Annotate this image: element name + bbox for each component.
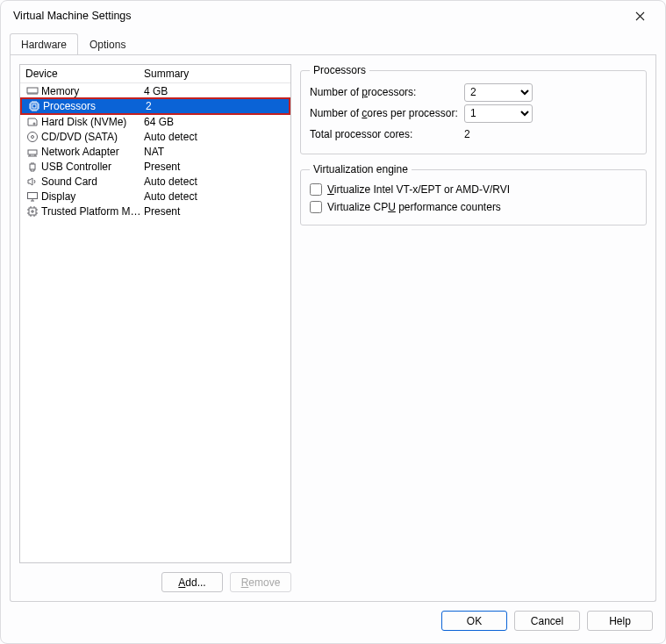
svg-rect-6 <box>28 150 37 154</box>
device-name: CD/DVD (SATA) <box>41 131 144 143</box>
device-list[interactable]: Device Summary Memory4 GBProcessors2Hard… <box>19 64 291 563</box>
device-row-display[interactable]: DisplayAuto detect <box>20 189 290 204</box>
num-processors-label: Number of processors: <box>310 86 459 98</box>
svg-point-3 <box>33 123 35 125</box>
device-row-sound-card[interactable]: Sound CardAuto detect <box>20 174 290 189</box>
help-label: Help <box>609 615 631 627</box>
display-icon <box>25 190 39 204</box>
tab-hardware-label: Hardware <box>21 39 67 51</box>
network-icon <box>25 145 39 159</box>
device-summary: 4 GB <box>144 85 287 97</box>
num-processors-row: Number of processors: 2 <box>310 82 637 103</box>
ok-label: OK <box>467 615 482 627</box>
device-row-cd-dvd-sata[interactable]: CD/DVD (SATA)Auto detect <box>20 129 290 144</box>
tab-options[interactable]: Options <box>78 33 137 54</box>
memory-icon <box>25 84 39 98</box>
dialog-buttons: OK Cancel Help <box>1 602 665 643</box>
device-name: USB Controller <box>41 161 144 173</box>
device-name: Trusted Platform Mo... <box>41 205 144 218</box>
virt-vtx-checkbox[interactable] <box>310 183 322 196</box>
device-rows: Memory4 GBProcessors2Hard Disk (NVMe)64 … <box>20 83 290 562</box>
device-list-header: Device Summary <box>20 65 290 83</box>
device-name: Network Adapter <box>41 146 144 158</box>
hardware-panel: Device Summary Memory4 GBProcessors2Hard… <box>10 55 656 602</box>
ok-button[interactable]: OK <box>441 611 507 631</box>
device-summary: Auto detect <box>144 190 287 203</box>
num-processors-select[interactable]: 2 <box>464 83 533 102</box>
device-summary: 64 GB <box>144 116 287 128</box>
device-column: Device Summary Memory4 GBProcessors2Hard… <box>19 64 291 592</box>
svg-rect-7 <box>30 164 35 169</box>
cores-per-proc-select[interactable]: 1 <box>464 104 533 123</box>
tabstrip: Hardware Options <box>1 32 665 54</box>
settings-column: Processors Number of processors: 2 Numbe… <box>300 64 647 592</box>
device-row-network-adapter[interactable]: Network AdapterNAT <box>20 144 290 159</box>
device-row-hard-disk-nvme[interactable]: Hard Disk (NVMe)64 GB <box>20 114 290 129</box>
tab-options-label: Options <box>90 39 125 51</box>
add-button[interactable]: Add... <box>161 572 223 592</box>
device-name: Processors <box>43 100 146 112</box>
titlebar: Virtual Machine Settings <box>1 1 665 31</box>
virt-perf-checkbox[interactable] <box>310 201 322 213</box>
tpm-icon <box>25 204 39 218</box>
virtualization-group: Virtualization engine Virtualize Intel V… <box>300 163 647 225</box>
device-summary: Auto detect <box>144 175 287 188</box>
close-button[interactable] <box>621 4 658 28</box>
device-summary: 2 <box>146 100 285 112</box>
cancel-button[interactable]: Cancel <box>514 611 580 631</box>
device-row-trusted-platform-mo[interactable]: Trusted Platform Mo...Present <box>20 204 290 218</box>
device-name: Memory <box>41 85 144 97</box>
device-summary: NAT <box>144 146 287 158</box>
usb-icon <box>25 160 39 174</box>
processors-legend: Processors <box>310 64 369 76</box>
cpu-icon <box>27 99 41 113</box>
cores-per-proc-row: Number of cores per processor: 1 <box>310 103 637 124</box>
help-button[interactable]: Help <box>587 611 653 631</box>
virt-vtx-row: Virtualize Intel VT-x/EPT or AMD-V/RVI <box>310 181 637 198</box>
svg-rect-8 <box>28 192 38 198</box>
tab-hardware[interactable]: Hardware <box>10 33 78 54</box>
dialog-window: Virtual Machine Settings Hardware Option… <box>0 0 666 644</box>
device-name: Display <box>41 190 144 203</box>
total-cores-label: Total processor cores: <box>310 128 459 140</box>
svg-rect-1 <box>31 103 38 110</box>
cores-per-proc-label: Number of cores per processor: <box>310 107 459 119</box>
virt-vtx-label[interactable]: Virtualize Intel VT-x/EPT or AMD-V/RVI <box>327 183 510 196</box>
virt-perf-row: Virtualize CPU performance counters <box>310 198 637 216</box>
svg-rect-2 <box>32 104 36 108</box>
svg-point-5 <box>32 135 34 138</box>
window-title: Virtual Machine Settings <box>13 10 132 22</box>
processors-group: Processors Number of processors: 2 Numbe… <box>300 64 647 154</box>
virtualization-legend: Virtualization engine <box>310 163 412 175</box>
sound-icon <box>25 175 39 189</box>
device-row-usb-controller[interactable]: USB ControllerPresent <box>20 159 290 174</box>
cancel-label: Cancel <box>531 615 563 627</box>
virt-perf-label[interactable]: Virtualize CPU performance counters <box>327 201 501 213</box>
device-summary: Auto detect <box>144 131 287 143</box>
header-summary[interactable]: Summary <box>144 68 287 80</box>
cd-icon <box>25 130 39 144</box>
device-name: Hard Disk (NVMe) <box>41 116 144 128</box>
total-cores-value: 2 <box>464 128 470 140</box>
device-summary: Present <box>144 205 287 218</box>
device-name: Sound Card <box>41 175 144 188</box>
disk-icon <box>25 115 39 129</box>
svg-point-4 <box>28 132 38 141</box>
remove-button: Remove <box>230 572 291 592</box>
close-icon <box>635 11 645 21</box>
device-summary: Present <box>144 161 287 173</box>
total-cores-row: Total processor cores: 2 <box>310 124 637 145</box>
device-buttons: Add... Remove <box>19 572 291 592</box>
svg-rect-0 <box>27 88 38 93</box>
device-row-memory[interactable]: Memory4 GB <box>20 83 290 98</box>
header-device[interactable]: Device <box>25 68 144 80</box>
device-row-processors[interactable]: Processors2 <box>20 97 290 115</box>
